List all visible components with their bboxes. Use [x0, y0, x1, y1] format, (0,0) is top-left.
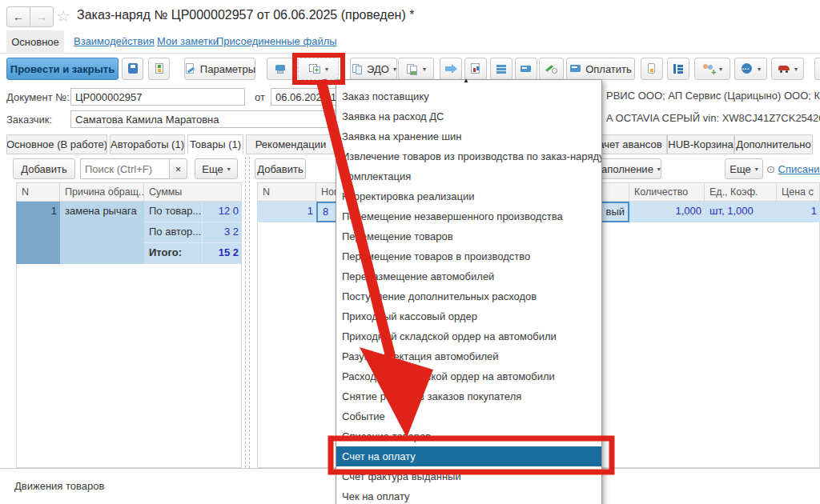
back-arrow-icon: ← [13, 10, 24, 23]
works-column-reason[interactable]: Причина обращ... [60, 182, 144, 202]
works-search-clear-button[interactable]: × [169, 158, 187, 179]
print-forms-button[interactable]: ▾ [398, 58, 434, 80]
menu-item[interactable]: Счет фактура выданный [336, 466, 601, 486]
menu-item[interactable]: Снятие резервов заказов покупателя [336, 386, 601, 406]
back-button[interactable]: ← [6, 6, 30, 27]
post-document-button[interactable] [148, 58, 170, 80]
menu-item-schet-na-oplatu[interactable]: Счет на оплату [336, 446, 601, 466]
clients-button[interactable]: ▾ [694, 58, 730, 80]
tab-autoworks[interactable]: Автоработы (1) [110, 134, 185, 154]
pencil-clock-icon [545, 62, 558, 75]
works-row-reason[interactable]: замена рычага [60, 202, 144, 264]
car-icon [778, 62, 790, 75]
nav-link-notes[interactable]: Мои заметки [157, 35, 219, 47]
chevron-down-icon: ▾ [758, 66, 761, 73]
cars-button[interactable]: ▾ [771, 58, 804, 80]
menu-item[interactable]: Заявка на расход ДС [336, 106, 601, 126]
vehicle-field-fragment[interactable]: A OCTAVIA СЕРЫЙ vin: XW8CJ41Z7CK254266 г… [606, 112, 820, 124]
partial-button[interactable] [814, 58, 820, 80]
create-based-on-button[interactable]: ▾ [298, 58, 339, 80]
tab-additional[interactable]: Дополнительно [734, 134, 813, 154]
chevron-down-icon: ▾ [423, 66, 426, 73]
doc-number-label: Документ №: [6, 91, 70, 103]
goods-column-price[interactable]: Цена с [777, 182, 820, 202]
menu-item[interactable]: Приходный складской ордер на автомобили [336, 326, 601, 346]
menu-item[interactable]: Заказ поставщику [336, 86, 601, 106]
works-sum-total-value[interactable]: 15 2 [202, 243, 242, 264]
writeoff-link[interactable]: ⊙ Списание [766, 163, 820, 175]
goods-row-n[interactable]: 1 [257, 202, 316, 222]
goods-column-n[interactable]: N [257, 182, 316, 202]
goods-column-unit[interactable]: Ед., Коэф. [705, 182, 777, 202]
menu-item[interactable]: Событие [336, 406, 601, 426]
tab-goods[interactable]: Товары (1) [187, 134, 243, 154]
divider [0, 53, 820, 54]
pay-button[interactable]: Оплатить [566, 58, 635, 80]
more-actions-button[interactable]: ▾ [734, 58, 767, 80]
report-chart-icon [469, 62, 482, 75]
menu-item[interactable]: Перемещение товаров [336, 226, 601, 246]
goods-add-button[interactable]: Добавить [255, 158, 306, 179]
menu-item[interactable]: Приходный кассовый ордер [336, 306, 601, 326]
tab-recommendations[interactable]: Рекомендации [246, 134, 336, 154]
list-icon [495, 62, 508, 75]
print-button[interactable] [267, 58, 294, 80]
menu-item[interactable]: Комплектация [336, 166, 601, 186]
nav-link-interactions[interactable]: Взаимодействия [74, 35, 155, 47]
works-sum-label[interactable]: По автор... [144, 222, 202, 243]
edo-button[interactable]: ЭДО▾ [350, 58, 397, 80]
works-sum-value[interactable]: 12 0 [202, 202, 242, 222]
cash-register-button[interactable] [515, 58, 537, 80]
works-add-button[interactable]: Добавить [13, 158, 75, 179]
nav-link-attachments[interactable]: Присоединенные файлы [216, 35, 337, 47]
works-search-input[interactable] [80, 158, 170, 179]
chevron-down-icon: ▾ [657, 166, 661, 173]
card-button[interactable] [641, 58, 663, 80]
menu-item[interactable]: Переразмещение автомобилей [336, 266, 601, 286]
menu-item[interactable]: Разукомплектация автомобилей [336, 346, 601, 366]
works-sum-total-label[interactable]: Итого: [144, 243, 202, 264]
goods-row-unit[interactable]: шт, 1,000 [705, 202, 777, 222]
works-more-button[interactable]: Еще▾ [195, 158, 238, 179]
works-sum-value[interactable]: 3 2 [202, 222, 242, 243]
goods-fill-button[interactable]: Заполнение▾ [594, 158, 661, 179]
doc-number-field[interactable] [70, 88, 245, 106]
menu-item[interactable]: Расходный складской ордер на автомобили [336, 366, 601, 386]
menu-item[interactable]: Заявка на хранение шин [336, 126, 601, 146]
panel-splitter[interactable] [245, 157, 246, 468]
forward-button[interactable]: → [30, 6, 54, 27]
tab-hub-basket[interactable]: HUB-Корзина [667, 134, 734, 154]
customer-field[interactable] [70, 110, 351, 128]
menu-item[interactable]: Чек на оплату [336, 486, 601, 504]
structure-button[interactable] [667, 58, 689, 80]
menu-item[interactable]: Извлечение товаров из производства по за… [336, 146, 601, 166]
works-sum-label[interactable]: По товар... [144, 202, 202, 222]
chevron-down-icon: ▾ [325, 66, 328, 73]
tab-main-in-work[interactable]: Основное (В работе) [6, 134, 107, 154]
goods-row-price[interactable]: 1 [777, 202, 820, 222]
works-column-n[interactable]: N [16, 182, 60, 202]
responsible-field-fragment[interactable]: РВИС ООО; АП Сервис (Царицыно) ООО; Кръс… [606, 90, 820, 102]
goods-more-button[interactable]: Еще▾ [725, 158, 763, 179]
goods-column-qty[interactable]: Количество [629, 182, 705, 202]
list-button[interactable] [490, 58, 512, 80]
nav-tab-main[interactable]: Основное [6, 30, 64, 53]
menu-item[interactable]: Перемещение незавершенного производства [336, 206, 601, 226]
menu-item[interactable]: Перемещение товаров в производство [336, 246, 601, 266]
save-button[interactable] [122, 58, 143, 80]
menu-scroll-up-icon[interactable]: ▲ [463, 77, 469, 84]
parameters-button[interactable]: Параметры [184, 58, 255, 80]
save-icon [127, 62, 139, 75]
panel-splitter[interactable] [249, 157, 250, 468]
menu-item[interactable]: Поступление дополнительных расходов [336, 286, 601, 306]
works-column-sums[interactable]: Суммы [144, 182, 242, 202]
transfer-button[interactable] [440, 58, 462, 80]
goods-row-qty[interactable]: 1,000 [629, 202, 705, 222]
add-people-icon [702, 62, 715, 75]
menu-item[interactable]: Корректировка реализации [336, 186, 601, 206]
post-and-close-button[interactable]: Провести и закрыть [6, 58, 119, 80]
favorite-star-icon[interactable]: ☆ [56, 6, 70, 26]
menu-item[interactable]: Списание товаров [336, 426, 601, 446]
works-row-n[interactable]: 1 [16, 202, 60, 264]
edit-time-button[interactable] [539, 58, 564, 80]
